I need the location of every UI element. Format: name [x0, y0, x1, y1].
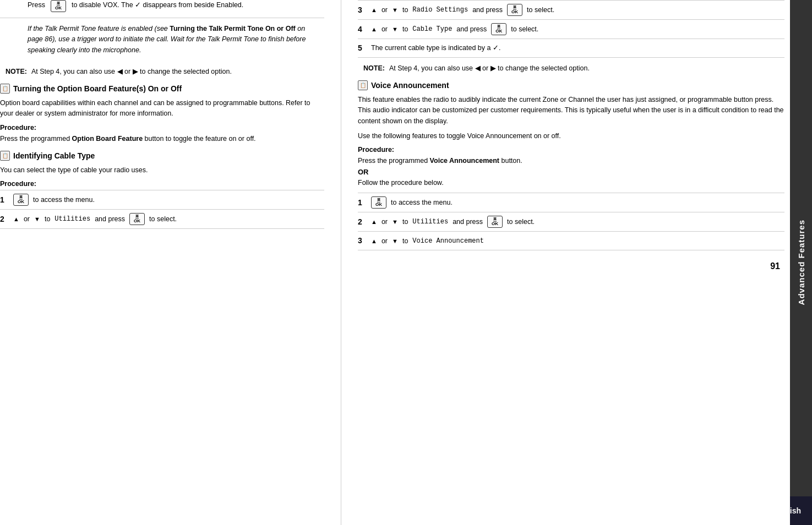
press-block: Press 菜 OK to disable VOX. The ✓ disappe…: [0, 0, 324, 18]
or-va-3: or: [382, 236, 388, 247]
step-text-right-5: The current cable type is indicated by a…: [371, 43, 784, 53]
to-select-right-3: to select.: [527, 5, 554, 15]
section-title-3: 📋 Voice Announcement: [358, 80, 784, 90]
step-num-va-1: 1: [358, 197, 367, 209]
section-body-2: You can select the type of cable your ra…: [0, 165, 324, 176]
step-num-va-2: 2: [358, 216, 367, 228]
section-icon-2: 📋: [0, 151, 10, 161]
ok-btn-step2-left: 菜 OK: [129, 213, 145, 225]
step-num-right-5: 5: [358, 42, 367, 54]
left-column: Press 菜 OK to disable VOX. The ✓ disappe…: [0, 0, 341, 525]
step-va-2: 2 ▲ or ▼ to Utilities and press 菜 OK to …: [358, 212, 784, 231]
option-board-bold: Option Board Feature: [72, 135, 143, 143]
section-title-1: 📋 Turning the Option Board Feature(s) On…: [0, 84, 324, 94]
note-text-1: At Step 4, you can also use ◀ or ▶ to ch…: [31, 67, 232, 77]
and-press-right-4: and press: [456, 24, 487, 35]
radio-settings-mono: Radio Settings: [412, 5, 468, 15]
section-heading-2: Identifying Cable Type: [13, 151, 95, 160]
page-number: 91: [358, 250, 784, 274]
press-suffix: to disable VOX. The ✓ disappears from be…: [72, 0, 243, 10]
note-block-1: NOTE: At Step 4, you can also use ◀ or ▶…: [0, 67, 324, 77]
procedure-text-3: Press the programmed Voice Announcement …: [358, 156, 784, 188]
utilities-mono-left-2: Utilities: [55, 214, 90, 224]
arrow-down-left-2: ▼: [34, 215, 40, 224]
step-right-4: 4 ▲ or ▼ to Cable Type and press 菜 OK to…: [358, 19, 784, 39]
section-body-1: Option board capabilities within each ch…: [0, 98, 324, 119]
bottom-bar: English: [790, 496, 812, 525]
ok-button-icon: 菜 OK: [51, 0, 66, 12]
voice-ann-bold: Voice Announcement: [430, 157, 499, 165]
section-body-3a: This feature enables the radio to audibl…: [358, 95, 784, 127]
and-press-va-2: and press: [453, 217, 483, 227]
and-press-right-3: and press: [472, 5, 503, 15]
ok-btn-right-3: 菜 OK: [507, 4, 522, 16]
arrow-down-va-2: ▼: [392, 217, 398, 227]
arrow-up-va-3: ▲: [371, 237, 377, 246]
step-num-left-1: 1: [0, 194, 9, 206]
step-num-right-3: 3: [358, 4, 367, 16]
side-tab-label: Advanced Features: [797, 220, 806, 305]
section-heading-3: Voice Announcement: [371, 81, 449, 90]
ok-btn-va-2: 菜 OK: [487, 216, 503, 228]
or-right-4: or: [382, 24, 388, 35]
procedure-label-1: Procedure:: [0, 124, 324, 132]
section-icon-1: 📋: [0, 84, 10, 94]
or-va-2: or: [382, 217, 388, 227]
arrow-up-left-2: ▲: [13, 215, 19, 224]
section-heading-1: Turning the Option Board Feature(s) On o…: [13, 84, 182, 93]
to-right-4: to: [402, 24, 408, 35]
to-select-left-2: to select.: [149, 214, 177, 225]
voice-ann-mono-va-3: Voice Announcement: [412, 236, 484, 246]
side-tab: Advanced Features English: [790, 0, 812, 525]
italic-note-text: If the Talk Permit Tone feature is enabl…: [28, 25, 306, 54]
to-right-3: to: [402, 5, 408, 15]
procedure-label-3: Procedure:: [358, 146, 784, 154]
to-text-left-2: to: [45, 214, 50, 225]
cable-type-mono: Cable Type: [412, 24, 452, 34]
step-num-right-4: 4: [358, 24, 367, 35]
or-text-left-2: or: [24, 214, 30, 225]
step-va-1: 1 菜 OK to access the menu.: [358, 193, 784, 212]
note-text-2: At Step 4, you can also use ◀ or ▶ to ch…: [389, 63, 590, 74]
note-block-2: NOTE: At Step 4, you can also use ◀ or ▶…: [358, 63, 784, 74]
step-num-va-3: 3: [358, 235, 367, 247]
right-column: 3 ▲ or ▼ to Radio Settings and press 菜 O…: [341, 0, 790, 525]
step-text-va-1: to access the menu.: [391, 198, 784, 208]
arrow-up-va-2: ▲: [371, 217, 377, 227]
step-left-2: 2 ▲ or ▼ to Utilities and press 菜 OK to …: [0, 209, 324, 229]
italic-note: If the Talk Permit Tone feature is enabl…: [0, 24, 324, 61]
section-body-3b: Use the following features to toggle Voi…: [358, 131, 784, 141]
proc-line2: button.: [499, 157, 522, 165]
and-press-left-2: and press: [95, 214, 125, 225]
section-icon-3: 📋: [358, 80, 368, 90]
step-right-3: 3 ▲ or ▼ to Radio Settings and press 菜 O…: [358, 0, 784, 19]
step-left-1: 1 菜 OK to access the menu.: [0, 190, 324, 209]
to-va-3: to: [402, 236, 408, 247]
arrow-down-va-3: ▼: [392, 237, 398, 246]
or-right-3: or: [382, 5, 388, 15]
or-label-3: OR: [358, 168, 369, 176]
procedure-label-2: Procedure:: [0, 180, 324, 188]
follow-text: Follow the procedure below.: [358, 179, 444, 187]
proc-line1: Press the programmed: [358, 157, 430, 165]
step-num-left-2: 2: [0, 214, 9, 225]
press-label: Press: [28, 0, 45, 10]
utilities-mono-va-2: Utilities: [412, 217, 448, 227]
arrow-up-right-4: ▲: [371, 25, 377, 34]
procedure-text-1: Press the programmed Option Board Featur…: [0, 134, 324, 144]
section-title-2: 📋 Identifying Cable Type: [0, 151, 324, 161]
to-va-2: to: [402, 217, 408, 227]
step-right-5: 5 The current cable type is indicated by…: [358, 39, 784, 58]
note-label-2: NOTE:: [363, 63, 385, 74]
ok-btn-va-1: 菜 OK: [371, 196, 386, 209]
step-va-3: 3 ▲ or ▼ to Voice Announcement: [358, 231, 784, 250]
ok-btn-step1-left: 菜 OK: [13, 194, 29, 206]
language-label: English: [773, 506, 801, 515]
arrow-down-right-4: ▼: [392, 25, 398, 34]
arrow-down-right-3: ▼: [392, 6, 398, 15]
to-select-right-4: to select.: [511, 24, 538, 35]
note-label-1: NOTE:: [6, 67, 27, 77]
step-text-left-1: to access the menu.: [33, 195, 324, 205]
ok-btn-right-4: 菜 OK: [491, 23, 506, 35]
to-select-va-2: to select.: [507, 217, 535, 227]
